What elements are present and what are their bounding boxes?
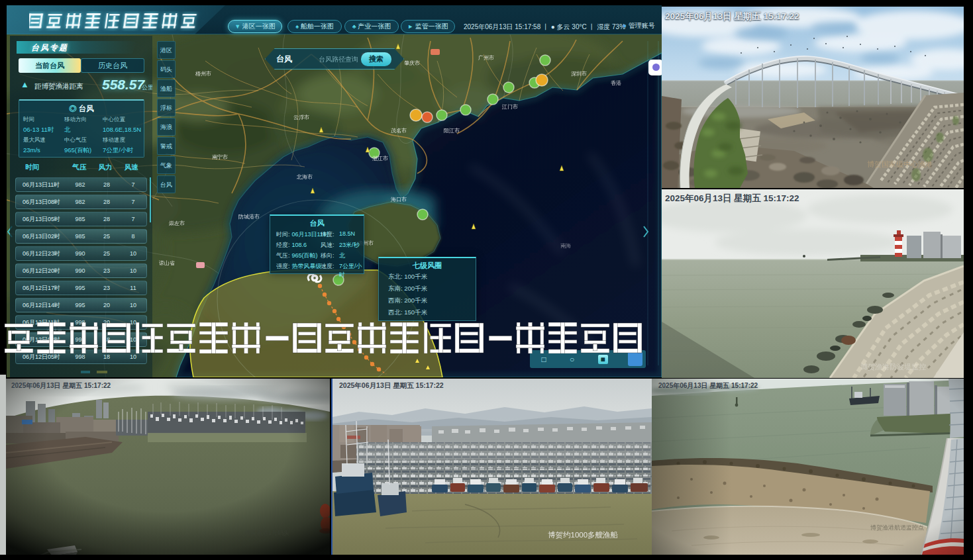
svg-text:谅山省: 谅山省: [159, 260, 175, 266]
svg-text:广州市: 广州市: [478, 55, 494, 61]
svg-text:博贺渔港航道监控点: 博贺渔港航道监控点: [870, 524, 924, 531]
svg-text:梧州市: 梧州市: [195, 71, 211, 77]
svg-text:博贺约1000多艘渔船: 博贺约1000多艘渔船: [548, 531, 619, 539]
svg-text:北海市: 北海市: [296, 174, 313, 180]
svg-text:香港: 香港: [611, 80, 621, 86]
svg-text:茂名市: 茂名市: [391, 128, 407, 134]
svg-text:海口市: 海口市: [391, 197, 407, 203]
svg-text:江门市: 江门市: [501, 104, 518, 110]
svg-text:崇左市: 崇左市: [169, 220, 185, 226]
svg-text:博贺国家级中心渔港: 博贺国家级中心渔港: [867, 160, 933, 168]
svg-text:博贺渔港1号码头: 博贺渔港1号码头: [244, 530, 289, 536]
svg-text:湛江市: 湛江市: [372, 156, 388, 162]
svg-text:南宁市: 南宁市: [212, 154, 228, 160]
svg-text:博贺渔港防波堤监控: 博贺渔港防波堤监控: [860, 363, 926, 371]
svg-text:防城港市: 防城港市: [238, 214, 260, 220]
svg-text:云浮市: 云浮市: [293, 115, 309, 120]
svg-text:南海: 南海: [560, 243, 571, 249]
svg-text:肇庆市: 肇庆市: [404, 60, 420, 66]
svg-text:阳江市: 阳江市: [444, 128, 460, 134]
svg-text:深圳市: 深圳市: [571, 71, 587, 77]
